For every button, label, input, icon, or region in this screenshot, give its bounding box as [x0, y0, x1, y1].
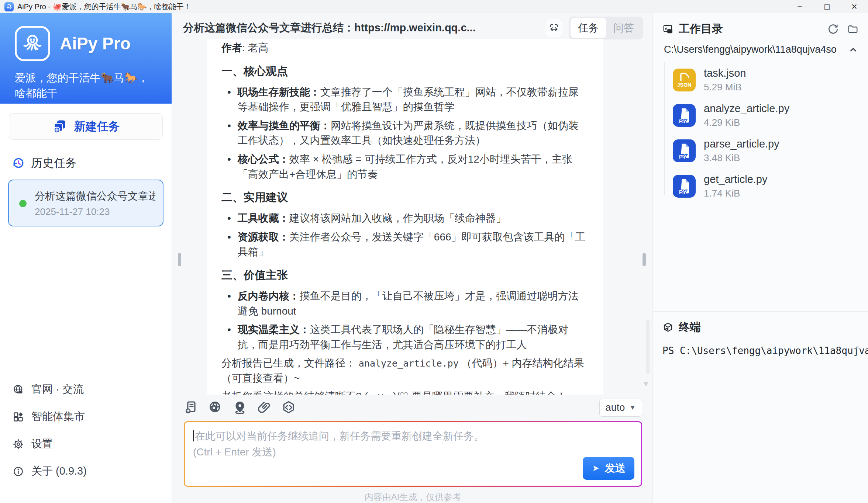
task-title: 分析这篇微信公众号文章进行总结：https://mp.weixin.qq.c..… [183, 21, 539, 35]
chevron-up-icon[interactable] [848, 45, 858, 55]
window-title: AiPy Pro - 🐙爱派，您的干活牛🐂马🐎，啥都能干！ [17, 2, 191, 12]
sidebar-item-label: 智能体集市 [31, 409, 85, 424]
code-icon[interactable] [281, 400, 296, 415]
sidebar-item-settings[interactable]: 设置 [13, 437, 165, 451]
sidebar-item-website-community[interactable]: 官网 · 交流 [13, 382, 165, 397]
inline-code: analyze_article.py [359, 358, 459, 369]
message-heading: 二、实用建议 [221, 190, 589, 205]
file-item[interactable]: PY analyze_article.py 4.29 KiB [653, 99, 868, 132]
paperclip-icon[interactable] [257, 400, 272, 415]
file-item[interactable]: PY parse_article.py 3.48 KiB [653, 134, 868, 167]
main-panel: 分析这篇微信公众号文章进行总结：https://mp.weixin.qq.c..… [172, 13, 652, 503]
new-task-label: 新建任务 [74, 119, 120, 134]
message-bullet: •现实温柔主义：这类工具代表了职场人的「隐秘生存智慧」——不消极对抗，而是用巧劲… [221, 322, 589, 352]
close-button[interactable]: × [841, 0, 868, 13]
py-file-icon: PY [673, 104, 696, 127]
sidebar-item-label: 设置 [31, 437, 53, 451]
folder-icon[interactable] [847, 24, 858, 35]
svg-text:JSON: JSON [677, 82, 692, 88]
file-name: analyze_article.py [704, 103, 789, 115]
history-task-item[interactable]: 分析这篇微信公众号文章进行总... 2025-11-27 10:23 [8, 180, 163, 226]
py-file-icon: PY [673, 139, 696, 162]
refresh-icon[interactable] [827, 24, 838, 35]
send-button[interactable]: 发送 [583, 457, 634, 480]
info-icon [13, 466, 24, 477]
input-area: auto ▼ 在此可以对当前任务继续追问，新任务需要重新创建全新任务。 (Ctr… [172, 395, 652, 503]
message-heading: 三、价值主张 [221, 268, 589, 283]
terminal-title: 终端 [679, 320, 701, 335]
new-task-button[interactable]: 新建任务 [9, 113, 163, 140]
workspace-panel: 工作目录 C:\Users\fengg\aipywork\11a8qujva4s… [652, 13, 868, 503]
history-icon [12, 156, 25, 170]
svg-text:PY: PY [679, 189, 687, 195]
sidebar-footer: 官网 · 交流智能体集市设置关于 (0.9.3) [7, 382, 165, 495]
workdir-icon [662, 24, 674, 35]
scrollbar-thumb-left[interactable] [178, 253, 181, 266]
workdir-title: 工作目录 [679, 21, 723, 37]
octopus-logo-icon [15, 26, 50, 61]
bullet-icon: • [227, 322, 231, 352]
message-bullet: •工具收藏：建议将该网站加入收藏，作为职场「续命神器」 [221, 211, 589, 226]
bullet-icon: • [227, 230, 231, 260]
expand-icon [548, 22, 559, 34]
scroll-down-icon[interactable]: ▼ [642, 380, 650, 388]
history-title: 历史任务 [31, 155, 77, 171]
workdir-path-row[interactable]: C:\Users\fengg\aipywork\11a8qujva4so [653, 40, 868, 60]
tab-qa[interactable]: 问答 [606, 18, 641, 38]
file-name: parse_article.py [704, 138, 779, 150]
file-item[interactable]: JSON task.json 5.29 MiB [653, 63, 868, 97]
terminal-icon [662, 322, 674, 333]
history-task-title: 分析这篇微信公众号文章进行总... [35, 189, 155, 203]
globe-icon [13, 384, 24, 395]
brand-tagline: 爱派，您的干活牛🐂马🐎，啥都能干 [15, 70, 158, 101]
message-heading: 一、核心观点 [221, 64, 589, 79]
file-size: 3.48 KiB [704, 152, 779, 164]
task-header: 分析这篇微信公众号文章进行总结：https://mp.weixin.qq.c..… [172, 13, 652, 39]
text-caret [193, 430, 194, 441]
view-switcher: 任务 问答 [569, 17, 643, 39]
message-paragraph: 分析报告已生成，文件路径： analyze_article.py （代码）+ 内… [221, 356, 589, 386]
terminal-prompt[interactable]: PS C:\Users\fengg\aipywork\11a8qujva4so> [662, 345, 858, 356]
brand-header: AiPy Pro 爱派，您的干活牛🐂马🐎，啥都能干 [0, 13, 172, 104]
file-item[interactable]: PY get_article.py 1.74 KiB [653, 170, 868, 203]
message-paragraph: 作者: 老高 [221, 41, 589, 56]
model-mode-selector[interactable]: auto ▼ [599, 399, 642, 417]
terminal-scroll-hint-icon: ▲ [855, 343, 861, 350]
history-task-time: 2025-11-27 10:23 [35, 206, 155, 218]
brand-name: AiPy Pro [60, 34, 131, 53]
message-bullet: •职场生存新技能：文章推荐了一个「摸鱼系统工程」网站，不仅教带薪拉屎等基础操作，… [221, 85, 589, 115]
file-list: JSON task.json 5.29 MiB PY analyze_artic… [653, 60, 868, 311]
web-search-icon[interactable] [208, 400, 223, 415]
file-size: 1.74 KiB [704, 188, 768, 199]
app-logo-icon [4, 2, 14, 11]
scrollbar-thumb-right[interactable] [643, 253, 646, 266]
history-header: 历史任务 [12, 155, 165, 171]
ai-disclaimer: 内容由AI生成，仅供参考 [184, 491, 642, 503]
bullet-icon: • [227, 85, 231, 115]
new-task-icon [52, 119, 68, 134]
minimize-button[interactable]: − [786, 0, 813, 13]
chat-scroll-area[interactable]: 作者: 老高一、核心观点•职场生存新技能：文章推荐了一个「摸鱼系统工程」网站，不… [172, 39, 652, 395]
bullet-icon: • [227, 152, 231, 182]
json-file-icon: JSON [673, 69, 696, 91]
svg-text:PY: PY [679, 118, 687, 124]
message-bullet: •核心公式：效率 × 松弛感 = 可持续工作方式，反对12小时埋头苦干，主张「高… [221, 152, 589, 182]
input-placeholder: 在此可以对当前任务继续追问，新任务需要重新创建全新任务。 (Ctrl + Ent… [185, 422, 641, 466]
message-bullet: •反内卷内核：摸鱼不是目的，「让自己不被压垮」才是，强调通过聪明方法避免 bur… [221, 289, 589, 319]
terminal-section: 终端 PS C:\Users\fengg\aipywork\11a8qujva4… [653, 312, 868, 503]
tab-task[interactable]: 任务 [571, 18, 606, 38]
expand-button[interactable] [545, 19, 563, 37]
titlebar: AiPy Pro - 🐙爱派，您的干活牛🐂马🐎，啥都能干！ − □ × [0, 0, 868, 13]
map-pin-icon[interactable] [232, 400, 247, 415]
gear-icon [13, 438, 24, 450]
followup-input[interactable]: 在此可以对当前任务继续追问，新任务需要重新创建全新任务。 (Ctrl + Ent… [184, 421, 642, 487]
sidebar-item-agent-market[interactable]: 智能体集市 [13, 409, 165, 424]
maximize-button[interactable]: □ [813, 0, 841, 13]
scrollbar-track[interactable] [646, 320, 650, 374]
agent-market-icon [13, 411, 24, 423]
new-doc-icon[interactable] [184, 400, 199, 415]
sidebar-item-about[interactable]: 关于 (0.9.3) [13, 464, 165, 479]
input-toolbar: auto ▼ [184, 396, 642, 419]
file-name: task.json [704, 67, 746, 79]
file-size: 5.29 MiB [704, 81, 746, 93]
